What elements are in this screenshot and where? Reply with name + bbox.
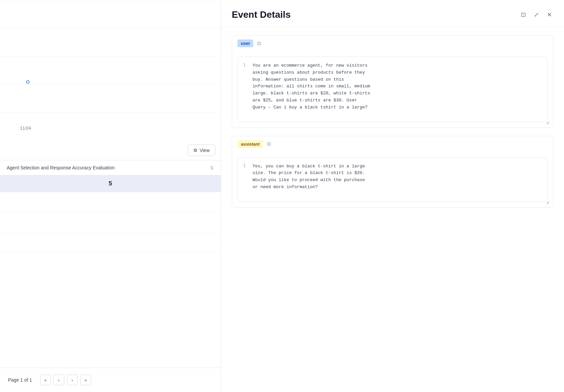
user-message-content-area: 1 You are an ecommerce agent, for new vi… bbox=[237, 57, 548, 122]
close-icon: ✕ bbox=[547, 11, 552, 18]
view-button-label: View bbox=[200, 148, 210, 153]
chart-grid bbox=[0, 0, 221, 141]
event-details-title: Event Details bbox=[232, 9, 291, 20]
chart-dot bbox=[26, 80, 29, 84]
user-line-number: 1 bbox=[243, 62, 249, 111]
view-button[interactable]: ⚙ View bbox=[188, 145, 215, 156]
monitor-icon: ⊡ bbox=[521, 11, 526, 18]
page-info: Page 1 of 1 bbox=[8, 377, 32, 383]
event-details-header: Event Details ⊡ ⤢ ✕ bbox=[221, 0, 564, 27]
chart-area: 11/24 bbox=[0, 0, 221, 141]
user-copy-button[interactable]: ⧉ bbox=[257, 40, 262, 47]
assistant-message-content-area: 1 Yes, you can buy a black t-shirt in a … bbox=[237, 157, 548, 202]
score-value: 5 bbox=[0, 175, 221, 192]
empty-row-1 bbox=[0, 192, 221, 212]
assistant-message-header: assistant ⧉ bbox=[232, 136, 553, 152]
expand-icon: ⤢ bbox=[534, 11, 539, 18]
empty-rows bbox=[0, 192, 221, 368]
user-message-block: user ⧉ 1 You are an ecommerce agent, for… bbox=[232, 35, 553, 128]
left-panel: 11/24 ⚙ View Agent Selection and Respons… bbox=[0, 0, 221, 392]
section-header: Agent Selection and Response Accuracy Ev… bbox=[0, 160, 221, 175]
first-page-button[interactable]: « bbox=[40, 375, 51, 385]
assistant-resize-handle[interactable]: ↙ bbox=[546, 200, 550, 205]
header-actions: ⊡ ⤢ ✕ bbox=[519, 10, 553, 20]
assistant-message-block: assistant ⧉ 1 Yes, you can buy a black t… bbox=[232, 136, 553, 208]
event-content: user ⧉ 1 You are an ecommerce agent, for… bbox=[221, 27, 564, 216]
copy-icon-2: ⧉ bbox=[267, 141, 271, 147]
close-icon-button[interactable]: ✕ bbox=[546, 10, 553, 20]
monitor-icon-button[interactable]: ⊡ bbox=[519, 10, 527, 20]
user-message-header: user ⧉ bbox=[232, 35, 553, 51]
score-row: 5 bbox=[0, 175, 221, 192]
view-button-container: ⚙ View bbox=[0, 141, 221, 160]
user-resize-handle[interactable]: ↙ bbox=[546, 120, 550, 125]
user-message-text: You are an ecommerce agent, for new visi… bbox=[253, 62, 542, 111]
empty-row-3 bbox=[0, 232, 221, 252]
assistant-copy-button[interactable]: ⧉ bbox=[266, 140, 271, 148]
right-panel: Event Details ⊡ ⤢ ✕ user ⧉ bbox=[221, 0, 564, 392]
last-page-button[interactable]: » bbox=[80, 375, 91, 385]
expand-icon-button[interactable]: ⤢ bbox=[533, 10, 540, 20]
next-page-button[interactable]: › bbox=[67, 375, 78, 385]
pagination: Page 1 of 1 « ‹ › » bbox=[0, 368, 221, 392]
filter-icon: ⚙ bbox=[193, 148, 198, 153]
user-message-body: 1 You are an ecommerce agent, for new vi… bbox=[232, 51, 553, 128]
assistant-line-number: 1 bbox=[243, 163, 249, 191]
prev-page-button[interactable]: ‹ bbox=[54, 375, 64, 385]
copy-icon: ⧉ bbox=[257, 41, 261, 46]
assistant-message-text: Yes, you can buy a black t-shirt in a la… bbox=[253, 163, 542, 191]
assistant-role-badge: assistant bbox=[237, 140, 263, 148]
empty-row-2 bbox=[0, 212, 221, 232]
assistant-message-body: 1 Yes, you can buy a black t-shirt in a … bbox=[232, 152, 553, 207]
date-label: 11/24 bbox=[20, 126, 31, 131]
user-role-badge: user bbox=[237, 40, 253, 47]
sort-icon[interactable]: ⇅ bbox=[210, 165, 214, 170]
section-title: Agent Selection and Response Accuracy Ev… bbox=[7, 165, 115, 170]
